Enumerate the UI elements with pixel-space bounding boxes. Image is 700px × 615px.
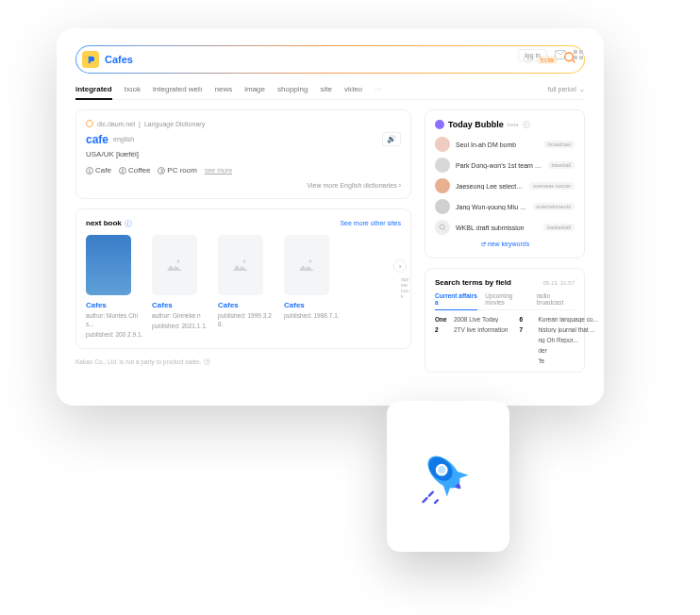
bubble-item[interactable]: Jang Won-young Miu Miu p...entertainment…: [435, 199, 575, 214]
rocket-card: [387, 401, 509, 552]
avatar: [435, 220, 450, 235]
tab-bar: integrated book integrated web news imag…: [75, 85, 585, 100]
book-item[interactable]: Cafes published: 1999.3.28.: [218, 235, 276, 339]
avatar: [435, 178, 450, 193]
dictionary-card: dic.daum.net | Language Dictionary cafe …: [75, 109, 411, 199]
overflow-text: appear book: [401, 276, 410, 299]
tab-integrated-web[interactable]: integrated web: [153, 85, 202, 93]
book-item[interactable]: Cafes author: Ginneke n published: 2021.…: [152, 235, 210, 339]
sterm-row[interactable]: One2008 Live Today: [435, 316, 508, 323]
search-terms-card: Search terms by field 05.13. 21:57 Curre…: [425, 268, 585, 373]
sterm-row[interactable]: 6Korean language co...: [519, 316, 598, 323]
svg-point-7: [243, 260, 246, 263]
definitions: 1Cafe 2Coffee 3PC room see more: [86, 166, 401, 175]
books-title: next book: [86, 219, 122, 227]
search-input[interactable]: [105, 54, 524, 65]
tab-site[interactable]: site: [320, 85, 331, 93]
tab-image[interactable]: image: [244, 85, 265, 93]
rocket-icon: [410, 439, 486, 514]
tab-news[interactable]: news: [215, 85, 233, 93]
svg-rect-3: [574, 56, 577, 59]
svg-rect-4: [579, 56, 583, 59]
sterm-row[interactable]: 'fe: [519, 357, 598, 364]
svg-point-8: [309, 260, 312, 263]
see-more-link[interactable]: see more: [205, 167, 232, 174]
tab-shopping[interactable]: shopping: [277, 85, 308, 93]
period-dropdown[interactable]: full period ⌄: [548, 86, 585, 93]
sterm-row[interactable]: ng Oh Repor...: [519, 337, 598, 343]
search-window: log in ⓧ beta integrated book integrated…: [57, 28, 604, 406]
logo-icon: [82, 51, 99, 68]
book-thumb: [152, 235, 197, 295]
tab-integrated[interactable]: integrated: [75, 85, 112, 93]
tab-book[interactable]: book: [125, 85, 141, 93]
book-thumb: [218, 235, 263, 295]
more-tabs-icon[interactable]: ⋯: [375, 85, 383, 93]
tab-video[interactable]: video: [344, 85, 362, 93]
login-button[interactable]: log in: [518, 49, 547, 61]
refresh-keywords[interactable]: ↻new keywords: [435, 241, 575, 248]
books-card: next booki See more other sites Cafes au…: [75, 208, 411, 349]
top-right-tools: log in: [518, 49, 583, 61]
bubble-item[interactable]: Park Dong-won's 1st team expun...basebal…: [435, 158, 575, 173]
bubble-item[interactable]: Jaeseong Lee selectedoverseas soccer: [435, 178, 575, 193]
speaker-icon[interactable]: 🔊: [382, 132, 401, 146]
svg-rect-15: [422, 496, 428, 503]
info-icon[interactable]: i: [125, 220, 132, 227]
avatar: [435, 137, 450, 152]
refresh-icon: ↻: [479, 241, 487, 247]
dict-source: dic.daum.net | Language Dictionary: [86, 120, 401, 127]
avatar: [435, 199, 450, 214]
svg-rect-14: [427, 490, 434, 497]
sterms-time: 05.13. 21:57: [543, 280, 575, 286]
svg-point-9: [440, 224, 444, 229]
svg-point-6: [177, 260, 180, 263]
chevron-down-icon: ⌄: [579, 86, 585, 93]
bubble-item[interactable]: Seol In-ah DM bombbroadcast: [435, 137, 575, 152]
today-bubble-card: Today Bubble beta i Seol In-ah DM bombbr…: [425, 109, 585, 258]
source-icon: [86, 120, 93, 127]
book-item[interactable]: Cafes published: 1988.7.1.: [284, 235, 342, 339]
book-thumb: [86, 235, 131, 295]
sterms-title: Search terms by field: [435, 278, 511, 287]
book-thumb: [284, 235, 329, 295]
avatar: [435, 158, 450, 173]
bubble-title: Today Bubble: [448, 120, 504, 129]
sterms-tab-radio[interactable]: radio broadcast: [537, 292, 575, 306]
svg-rect-1: [574, 50, 577, 54]
view-more-dict[interactable]: View more English dictionaries ›: [86, 182, 401, 189]
grid-icon[interactable]: [574, 50, 583, 61]
bubble-icon: [435, 120, 444, 129]
sterm-row[interactable]: 22TV live information: [435, 326, 508, 333]
search-bar[interactable]: ⓧ beta: [75, 45, 585, 74]
info-icon[interactable]: i: [523, 121, 530, 128]
sterm-row[interactable]: 7history journal that ...: [519, 326, 598, 333]
svg-rect-2: [579, 50, 583, 54]
help-icon[interactable]: ?: [204, 358, 210, 365]
sterms-tab-movies[interactable]: Upcoming movies: [485, 292, 529, 306]
see-more-books[interactable]: See more other sites: [340, 220, 401, 226]
svg-rect-16: [433, 499, 439, 505]
bubble-item[interactable]: WKBL draft submissionbasketball: [435, 220, 575, 235]
sterms-tab-current[interactable]: Current affairs a: [435, 292, 477, 310]
phonetic: USA/UK [kæféi]: [86, 150, 401, 158]
sterm-row[interactable]: der: [519, 347, 598, 354]
footer-disclaimer: Kakao Co., Ltd. is not a party to produc…: [75, 358, 411, 365]
dict-lang: english: [113, 136, 134, 142]
book-item[interactable]: Cafes author: Montes Chis... published: …: [86, 235, 144, 339]
dict-word[interactable]: cafe: [86, 133, 108, 146]
mail-icon[interactable]: [555, 50, 566, 61]
next-arrow-icon[interactable]: ›: [393, 259, 407, 273]
